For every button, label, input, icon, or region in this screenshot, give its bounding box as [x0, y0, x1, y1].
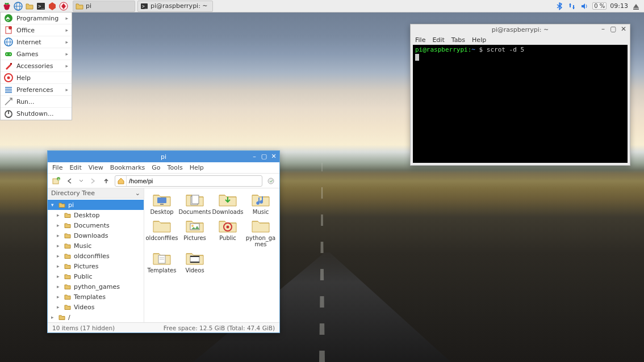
wolfram-icon[interactable] [58, 1, 69, 11]
expand-icon[interactable]: ▸ [57, 212, 61, 218]
tree-item-music[interactable]: ▸Music [48, 241, 144, 251]
menu-item-internet[interactable]: Internet ▸ [1, 36, 72, 48]
status-right: Free space: 12.5 GiB (Total: 47.4 GiB) [164, 325, 275, 331]
tree-item-root[interactable]: ▸/ [48, 312, 144, 322]
folder-public[interactable]: Public [211, 218, 244, 248]
terminal-icon[interactable]: >_ [36, 1, 46, 11]
menu-help[interactable]: Help [190, 164, 204, 171]
menu-tools[interactable]: Tools [168, 164, 183, 171]
folder-documents[interactable]: Documents [178, 192, 211, 216]
folder-icon [64, 262, 72, 270]
folder-python_games[interactable]: python_games [244, 218, 277, 248]
taskbar-item-filemanager[interactable]: pi [73, 1, 135, 12]
maximize-button[interactable]: ▢ [260, 152, 268, 160]
clock[interactable]: 09:13 [610, 2, 628, 10]
close-button[interactable]: ✕ [620, 25, 628, 33]
tree-header[interactable]: Directory Tree ⌄ [48, 188, 144, 199]
back-button[interactable] [65, 176, 75, 186]
expand-icon[interactable]: ▸ [57, 304, 61, 310]
folder-icon [64, 293, 72, 301]
expand-icon[interactable]: ▸ [57, 263, 61, 269]
submenu-arrow-icon: ▸ [65, 51, 68, 57]
volume-icon[interactable] [580, 2, 589, 11]
folder-icon [64, 272, 72, 280]
menu-bookmarks[interactable]: Bookmarks [110, 164, 145, 171]
taskbar-item-terminal[interactable]: >_ pi@raspberrypi: ~ [137, 1, 213, 12]
expand-icon[interactable]: ▸ [57, 233, 61, 238]
mathematica-icon[interactable] [47, 1, 57, 11]
tree-item-python_games[interactable]: ▸python_games [48, 281, 144, 292]
folder-icon-view[interactable]: Desktop Documents Downloads Music oldcon… [144, 188, 279, 322]
menu-item-preferences[interactable]: Preferences ▸ [1, 84, 72, 96]
collapse-icon[interactable]: ▾ [51, 202, 56, 208]
expand-icon[interactable]: ▸ [57, 253, 61, 259]
folder-pictures[interactable]: Pictures [178, 218, 211, 248]
tree-item-pictures[interactable]: ▸Pictures [48, 261, 144, 271]
expand-icon[interactable]: ▸ [57, 273, 61, 279]
web-browser-icon[interactable] [13, 1, 23, 11]
menu-file[interactable]: File [52, 164, 62, 171]
svg-point-34 [268, 178, 274, 184]
menu-edit[interactable]: Edit [69, 164, 81, 171]
expand-icon[interactable]: ▸ [57, 222, 61, 228]
minimize-button[interactable]: – [599, 25, 607, 33]
tree-item-desktop[interactable]: ▸Desktop [48, 210, 144, 220]
go-button[interactable] [266, 176, 276, 186]
tree-item-oldconffiles[interactable]: ▸oldconffiles [48, 251, 144, 261]
terminal-window: pi@raspberrypi: ~ – ▢ ✕ FileEditTabsHelp… [410, 24, 630, 166]
home-button[interactable] [115, 176, 127, 186]
submenu-arrow-icon: ▸ [65, 87, 68, 92]
folder-videos[interactable]: Videos [178, 250, 211, 274]
folder-icon [64, 252, 72, 260]
bluetooth-icon[interactable] [555, 2, 564, 11]
tree-item-videos[interactable]: ▸Videos [48, 302, 144, 312]
maximize-button[interactable]: ▢ [609, 25, 617, 33]
up-button[interactable] [101, 176, 111, 186]
history-dropdown[interactable] [78, 176, 84, 186]
menu-item-programming[interactable]: ⬘ Programming ▸ [1, 12, 72, 24]
new-tab-button[interactable]: + [51, 176, 61, 186]
expand-icon[interactable]: ▸ [57, 284, 61, 289]
eject-icon[interactable] [632, 2, 641, 11]
folder-oldconffiles[interactable]: oldconffiles [145, 218, 178, 248]
menu-go[interactable]: Go [152, 164, 160, 171]
minimize-button[interactable]: – [250, 152, 258, 160]
tree-item-pi[interactable]: ▾pi [48, 200, 144, 210]
menu-item-run[interactable]: Run... [1, 96, 72, 108]
menu-help[interactable]: Help [472, 36, 486, 44]
file-manager-window: pi – ▢ ✕ FileEditViewBookmarksGoToolsHel… [47, 150, 280, 333]
folder-downloads[interactable]: Downloads [211, 192, 244, 216]
menu-item-shutdown[interactable]: Shutdown... [1, 108, 72, 120]
folder-templates[interactable]: Templates [145, 250, 178, 274]
tree-item-documents[interactable]: ▸Documents [48, 220, 144, 230]
file-manager-icon[interactable] [24, 1, 35, 11]
tree-item-templates[interactable]: ▸Templates [48, 292, 144, 302]
menu-item-office[interactable]: Office ▸ [1, 24, 72, 36]
cpu-usage[interactable]: 0 % [592, 2, 607, 10]
tree-item-public[interactable]: ▸Public [48, 271, 144, 281]
menu-item-games[interactable]: Games ▸ [1, 48, 72, 60]
expand-icon[interactable]: ▸ [57, 243, 61, 249]
expand-icon[interactable]: ▸ [51, 314, 56, 320]
folder-music[interactable]: Music [244, 192, 277, 216]
menu-tabs[interactable]: Tabs [451, 36, 465, 44]
network-icon[interactable] [567, 2, 576, 11]
terminal-output[interactable]: pi@raspberrypi:~ $ scrot -d 5 [413, 45, 628, 163]
window-titlebar[interactable]: pi@raspberrypi: ~ – ▢ ✕ [411, 24, 630, 35]
menu-file[interactable]: File [415, 36, 425, 44]
taskbar-item-label: pi [86, 2, 91, 10]
menu-item-accessories[interactable]: Accessories ▸ [1, 60, 72, 72]
tree-item-downloads[interactable]: ▸Downloads [48, 230, 144, 241]
menu-edit[interactable]: Edit [432, 36, 444, 44]
menu-view[interactable]: View [89, 164, 103, 171]
path-input[interactable] [127, 178, 262, 184]
menu-item-help[interactable]: Help [1, 72, 72, 84]
raspberry-menu-icon[interactable] [2, 1, 12, 11]
forward-button[interactable] [87, 176, 98, 186]
close-button[interactable]: ✕ [270, 152, 278, 160]
window-titlebar[interactable]: pi – ▢ ✕ [48, 151, 279, 162]
terminal-icon: >_ [140, 2, 148, 10]
expand-icon[interactable]: ▸ [57, 294, 61, 300]
folder-icon [250, 218, 271, 234]
folder-desktop[interactable]: Desktop [145, 192, 178, 216]
